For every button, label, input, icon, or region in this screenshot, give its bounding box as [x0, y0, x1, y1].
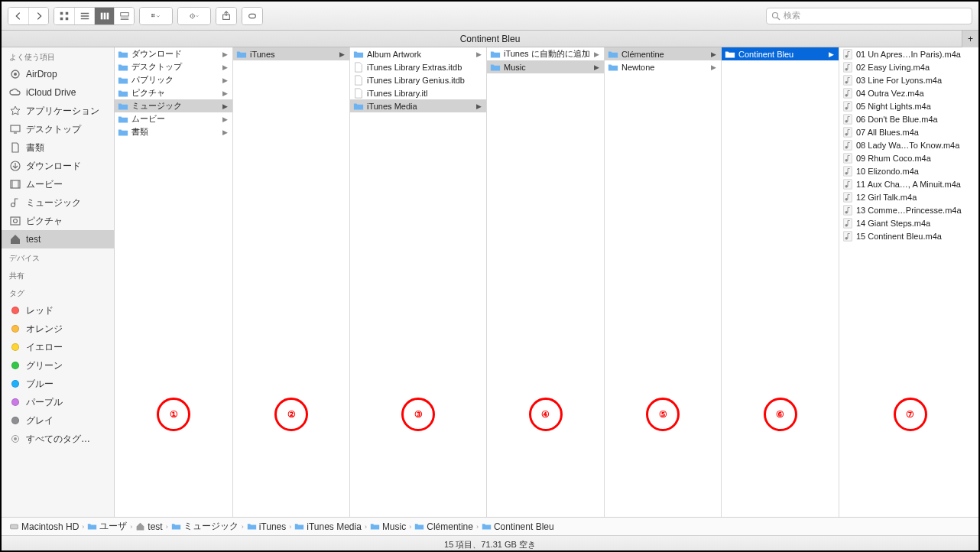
item-label: ピクチャ	[131, 87, 219, 99]
column-item[interactable]: 06 Don't Be Blue.m4a	[839, 112, 978, 125]
tag-item[interactable]: パープル	[2, 393, 114, 411]
column-item[interactable]: 12 Girl Talk.m4a	[839, 190, 978, 203]
item-label: iTunes Library Extras.itdb	[367, 63, 483, 72]
column-5[interactable]: Clémentine▶Newtone▶⑤	[605, 47, 722, 517]
coverflow-view-button[interactable]	[114, 8, 134, 24]
breadcrumb-item[interactable]: Clémentine	[414, 521, 473, 532]
chevron-right-icon: ▶	[829, 50, 834, 58]
tag-item[interactable]: オレンジ	[2, 320, 114, 338]
tag-dot-icon	[9, 341, 21, 353]
breadcrumb-label: iTunes	[259, 521, 287, 532]
breadcrumb-item[interactable]: Macintosh HD	[9, 521, 79, 532]
column-item[interactable]: 13 Comme…Princesse.m4a	[839, 203, 978, 216]
breadcrumb-item[interactable]: ユーザ	[87, 520, 127, 533]
svg-point-55	[845, 145, 849, 148]
svg-point-35	[11, 203, 15, 207]
breadcrumb-item[interactable]: test	[135, 521, 162, 532]
search-field[interactable]: 検索	[766, 8, 972, 24]
column-7[interactable]: 01 Un Apres…In Paris).m4a02 Easy Living.…	[839, 47, 978, 517]
column-item[interactable]: 02 Easy Living.m4a	[839, 60, 978, 73]
forward-button[interactable]	[28, 8, 48, 24]
column-item[interactable]: iTunes Library Extras.itdb	[350, 60, 486, 73]
column-item[interactable]: iTunes に自動的に追加▶	[487, 47, 604, 60]
column-item[interactable]: iTunes Media▶	[350, 99, 486, 112]
sidebar-item-apps[interactable]: アプリケーション	[2, 102, 114, 120]
column-item[interactable]: iTunes Library.itl	[350, 86, 486, 99]
column-item[interactable]: 09 Rhum Coco.m4a	[839, 151, 978, 164]
item-label: 14 Giant Steps.m4a	[856, 219, 978, 228]
column-item[interactable]: 05 Night Lights.m4a	[839, 99, 978, 112]
column-item[interactable]: 04 Outra Vez.m4a	[839, 86, 978, 99]
column-item[interactable]: 03 Line For Lyons.m4a	[839, 73, 978, 86]
column-6[interactable]: Continent Bleu▶⑥	[722, 47, 839, 517]
back-button[interactable]	[8, 8, 28, 24]
column-item[interactable]: 書類▶	[115, 125, 232, 138]
sidebar-item-cloud[interactable]: iCloud Drive	[2, 83, 114, 102]
column-item[interactable]: iTunes▶	[233, 47, 349, 60]
column-item[interactable]: 07 All Blues.m4a	[839, 125, 978, 138]
sidebar-item-download[interactable]: ダウンロード	[2, 157, 114, 175]
column-item[interactable]: Album Artwork▶	[350, 47, 486, 60]
sidebar-item-music[interactable]: ミュージック	[2, 193, 114, 212]
column-item[interactable]: パブリック▶	[115, 73, 232, 86]
column-item[interactable]: Newtone▶	[605, 60, 721, 73]
sidebar-item-desktop[interactable]: デスクトップ	[2, 120, 114, 138]
tag-item[interactable]: ブルー	[2, 375, 114, 393]
chevron-right-icon: ▶	[222, 128, 228, 136]
icon-view-button[interactable]	[54, 8, 74, 24]
column-item[interactable]: ピクチャ▶	[115, 86, 232, 99]
picture-icon	[9, 215, 21, 227]
breadcrumb-item[interactable]: Music	[370, 521, 406, 532]
tag-label: オレンジ	[26, 323, 63, 336]
tag-item[interactable]: イエロー	[2, 338, 114, 356]
sidebar-item-doc[interactable]: 書類	[2, 138, 114, 157]
sidebar-item-label: iCloud Drive	[26, 87, 76, 98]
column-item[interactable]: 01 Un Apres…In Paris).m4a	[839, 47, 978, 60]
sidebar-item-movie[interactable]: ムービー	[2, 175, 114, 193]
breadcrumb-item[interactable]: iTunes Media	[294, 521, 362, 532]
column-item[interactable]: Clémentine▶	[605, 47, 721, 60]
column-2[interactable]: iTunes▶②	[233, 47, 350, 517]
tags-header: タグ	[2, 284, 114, 301]
svg-point-47	[845, 93, 849, 96]
column-item[interactable]: iTunes Library Genius.itdb	[350, 73, 486, 86]
column-3[interactable]: Album Artwork▶iTunes Library Extras.itdb…	[350, 47, 487, 517]
column-item[interactable]: デスクトップ▶	[115, 60, 232, 73]
column-item[interactable]: 15 Continent Bleu.m4a	[839, 229, 978, 242]
column-item[interactable]: 10 Elizondo.m4a	[839, 164, 978, 177]
column-item[interactable]: ダウンロード▶	[115, 47, 232, 60]
share-button[interactable]	[216, 8, 236, 24]
tag-item[interactable]: すべてのタグ…	[2, 430, 114, 448]
arrange-button[interactable]	[140, 8, 172, 24]
svg-rect-2	[60, 17, 63, 20]
column-item[interactable]: ムービー▶	[115, 112, 232, 125]
tag-item[interactable]: グレイ	[2, 411, 114, 430]
cloud-icon	[9, 86, 21, 99]
sidebar-item-airdrop[interactable]: AirDrop	[2, 65, 114, 83]
action-button[interactable]	[178, 8, 210, 24]
column-4[interactable]: iTunes に自動的に追加▶Music▶④	[487, 47, 605, 517]
tags-button[interactable]	[242, 8, 262, 24]
breadcrumb-item[interactable]: Continent Bleu	[482, 521, 554, 532]
list-view-button[interactable]	[74, 8, 94, 24]
column-item[interactable]: Continent Bleu▶	[722, 47, 839, 60]
column-item[interactable]: Music▶	[487, 60, 604, 73]
column-view-button[interactable]	[94, 8, 114, 24]
sidebar-item-home[interactable]: test	[2, 230, 114, 248]
svg-point-18	[192, 15, 193, 17]
breadcrumb-label: Music	[382, 521, 406, 532]
breadcrumb-label: ミュージック	[183, 520, 239, 533]
column-item[interactable]: 08 Lady Wa…To Know.m4a	[839, 138, 978, 151]
chevron-right-icon: ▶	[222, 89, 228, 97]
column-item[interactable]: ミュージック▶	[115, 99, 232, 112]
column-item[interactable]: 11 Aux Cha…, A Minuit.m4a	[839, 177, 978, 190]
breadcrumb-item[interactable]: iTunes	[247, 521, 287, 532]
tag-item[interactable]: レッド	[2, 301, 114, 320]
column-item[interactable]: 14 Giant Steps.m4a	[839, 216, 978, 229]
tag-item[interactable]: グリーン	[2, 356, 114, 375]
sidebar-item-picture[interactable]: ピクチャ	[2, 212, 114, 230]
breadcrumb-item[interactable]: ミュージック	[171, 520, 239, 533]
svg-point-69	[845, 236, 849, 239]
column-1[interactable]: ダウンロード▶デスクトップ▶パブリック▶ピクチャ▶ミュージック▶ムービー▶書類▶…	[115, 47, 233, 517]
new-tab-button[interactable]: +	[962, 31, 978, 47]
